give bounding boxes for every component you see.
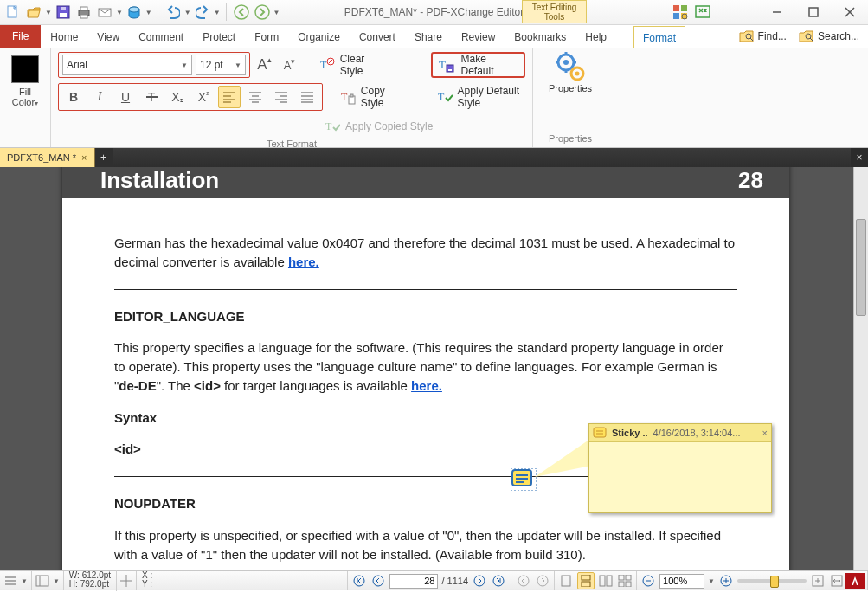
crosshair-toggle[interactable] xyxy=(117,571,137,590)
new-doc-icon[interactable] xyxy=(3,3,23,22)
sticky-note-annotation[interactable] xyxy=(511,468,537,491)
last-page-icon[interactable] xyxy=(491,573,506,589)
mail-dropdown-icon[interactable]: ▼ xyxy=(116,9,123,16)
tab-home[interactable]: Home xyxy=(41,25,87,48)
tab-help[interactable]: Help xyxy=(575,25,616,48)
minimize-button[interactable] xyxy=(762,3,792,22)
close-doc-tab-icon[interactable]: × xyxy=(81,152,87,163)
clear-style-button[interactable]: T Clear Style xyxy=(316,55,391,75)
apply-default-button[interactable]: T Apply Default Style xyxy=(434,87,525,107)
properties-button[interactable] xyxy=(556,52,585,81)
options-dropdown[interactable]: ▼ xyxy=(0,571,32,590)
align-left-icon[interactable] xyxy=(218,86,241,108)
font-family-select[interactable]: Arial▼ xyxy=(62,55,192,75)
link-here-2[interactable]: here. xyxy=(411,378,442,393)
maximize-button[interactable] xyxy=(799,3,828,22)
sticky-note-popup[interactable]: Sticky .. 4/16/2018, 3:14:04... × xyxy=(588,423,772,513)
document-tab[interactable]: PDFXT6_MAN * × xyxy=(0,148,95,167)
link-here-1[interactable]: here. xyxy=(288,254,319,269)
fit-width-icon[interactable] xyxy=(829,573,845,589)
ui-options-icon[interactable] xyxy=(671,3,690,22)
svg-rect-87 xyxy=(619,582,624,587)
file-tab[interactable]: File xyxy=(0,25,41,48)
continuous-icon[interactable] xyxy=(577,572,595,589)
scrollbar-thumb[interactable] xyxy=(856,219,866,316)
underline-icon[interactable]: U xyxy=(114,86,137,108)
fill-color-swatch[interactable] xyxy=(11,55,39,83)
save-icon[interactable] xyxy=(54,3,73,22)
zoom-input[interactable] xyxy=(659,574,704,589)
mail-icon[interactable] xyxy=(95,3,114,22)
contextual-tab-text-editing[interactable]: Text Editing Tools xyxy=(522,0,587,23)
grow-font-icon[interactable]: A▴ xyxy=(254,54,275,76)
tab-organize[interactable]: Organize xyxy=(288,25,350,48)
zoom-slider-knob[interactable] xyxy=(770,576,779,588)
close-all-tabs-icon[interactable]: × xyxy=(851,148,868,167)
scan-dropdown-icon[interactable]: ▼ xyxy=(145,9,152,16)
first-page-icon[interactable] xyxy=(351,573,367,589)
zoom-slider[interactable] xyxy=(737,579,807,583)
sticky-popup-close-icon[interactable]: × xyxy=(762,428,768,438)
subscript-icon[interactable]: X₂ xyxy=(166,86,189,108)
align-justify-icon[interactable] xyxy=(296,86,318,108)
options-icon xyxy=(3,575,17,587)
launch-app-icon[interactable] xyxy=(693,3,712,22)
tab-share[interactable]: Share xyxy=(405,25,452,48)
close-button[interactable] xyxy=(835,3,865,22)
tab-format[interactable]: Format xyxy=(633,26,685,48)
adobe-icon[interactable] xyxy=(845,573,865,589)
make-default-button[interactable]: T Make Default xyxy=(434,55,522,75)
prev-page-icon[interactable] xyxy=(370,573,386,589)
zoom-dropdown-icon[interactable]: ▼ xyxy=(708,577,715,585)
next-page-icon[interactable] xyxy=(472,573,487,589)
tab-comment[interactable]: Comment xyxy=(129,25,193,48)
nav-next-view-icon[interactable] xyxy=(535,573,550,589)
align-center-icon[interactable] xyxy=(244,86,267,108)
open-icon[interactable] xyxy=(24,3,43,22)
tab-form[interactable]: Form xyxy=(245,25,288,48)
redo-dropdown-icon[interactable]: ▼ xyxy=(214,9,221,16)
fit-page-icon[interactable] xyxy=(810,573,826,589)
tab-review[interactable]: Review xyxy=(452,25,505,48)
svg-text:T: T xyxy=(439,58,446,71)
italic-icon[interactable]: I xyxy=(88,86,111,108)
find-folder-icon xyxy=(739,29,755,43)
shrink-font-icon[interactable]: A▾ xyxy=(279,54,300,76)
svg-rect-64 xyxy=(594,428,606,437)
find-button[interactable]: Find... xyxy=(739,29,787,43)
qat-customize-icon[interactable]: ▼ xyxy=(273,9,280,16)
tab-view[interactable]: View xyxy=(87,25,129,48)
align-right-icon[interactable] xyxy=(270,86,293,108)
open-dropdown-icon[interactable]: ▼ xyxy=(45,9,52,16)
print-icon[interactable] xyxy=(74,3,93,22)
vertical-scrollbar[interactable] xyxy=(853,167,868,570)
toggle-panes[interactable]: ▼ xyxy=(32,571,64,590)
tab-bookmarks[interactable]: Bookmarks xyxy=(505,25,575,48)
font-size-select[interactable]: 12 pt▼ xyxy=(196,55,246,75)
single-page-icon[interactable] xyxy=(558,573,574,589)
tab-convert[interactable]: Convert xyxy=(350,25,405,48)
two-page-icon[interactable] xyxy=(598,573,614,589)
nav-forward-icon[interactable] xyxy=(253,3,272,22)
nav-back-icon[interactable] xyxy=(232,3,251,22)
page-number-input[interactable] xyxy=(389,574,438,589)
document-workspace[interactable]: Installation 28 German has the hexadecim… xyxy=(0,167,868,570)
tab-protect[interactable]: Protect xyxy=(193,25,245,48)
search-button[interactable]: Search... xyxy=(799,29,859,43)
fill-color-label[interactable]: Fill Color▾ xyxy=(12,87,38,109)
bold-icon[interactable]: B xyxy=(62,86,85,108)
undo-icon[interactable] xyxy=(164,3,183,22)
zoom-in-icon[interactable] xyxy=(718,573,734,589)
copy-style-button[interactable]: T Copy Style xyxy=(337,87,399,107)
strikethrough-icon[interactable]: T xyxy=(140,86,163,108)
scan-icon[interactable] xyxy=(125,3,144,22)
two-page-continuous-icon[interactable] xyxy=(617,573,633,589)
zoom-out-icon[interactable] xyxy=(640,573,656,589)
new-tab-button[interactable]: + xyxy=(95,148,113,167)
superscript-icon[interactable]: X² xyxy=(192,86,215,108)
nav-prev-view-icon[interactable] xyxy=(516,573,531,589)
sticky-popup-header[interactable]: Sticky .. 4/16/2018, 3:14:04... × xyxy=(589,424,771,442)
redo-icon[interactable] xyxy=(193,3,212,22)
undo-dropdown-icon[interactable]: ▼ xyxy=(184,9,191,16)
sticky-popup-body[interactable] xyxy=(589,442,771,461)
